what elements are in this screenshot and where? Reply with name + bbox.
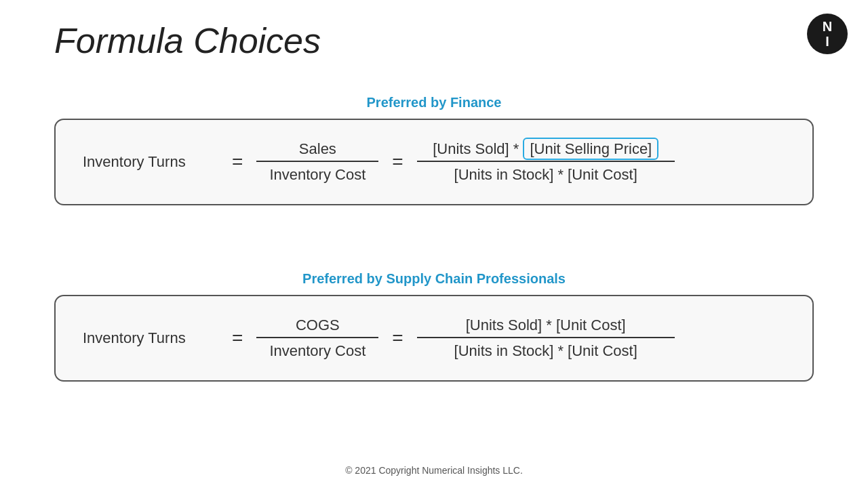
finance-numerator: Sales [256,140,378,162]
finance-formula-box: Inventory Turns = Sales Inventory Cost =… [54,119,814,205]
supplychain-denominator: Inventory Cost [256,340,378,360]
finance-equals2: = [392,151,403,173]
logo-line2: I [825,34,829,49]
finance-left-term: Inventory Turns [83,153,218,171]
finance-section: Preferred by Finance Inventory Turns = S… [54,95,814,205]
finance-section-label: Preferred by Finance [54,95,814,110]
finance-denominator: Inventory Cost [256,163,378,184]
supplychain-equals1: = [232,327,243,349]
supplychain-left-term: Inventory Turns [83,329,218,347]
supplychain-fraction-left: COGS Inventory Cost [256,317,378,360]
supplychain-denominator-right: [Units in Stock] * [Unit Cost] [417,340,675,360]
finance-formula-row: Inventory Turns = Sales Inventory Cost =… [83,140,785,184]
page-title: Formula Choices [54,20,321,61]
finance-fraction-right: [Units Sold] * [Unit Selling Price] [Uni… [417,140,675,184]
supplychain-equals2: = [392,327,403,349]
supplychain-fraction-right: [Units Sold] * [Unit Cost] [Units in Sto… [417,317,675,360]
finance-fraction-left: Sales Inventory Cost [256,140,378,184]
supplychain-section-label: Preferred by Supply Chain Professionals [54,271,814,287]
finance-numerator-highlight: [Unit Selling Price] [523,138,658,160]
supplychain-numerator-right: [Units Sold] * [Unit Cost] [417,317,675,338]
finance-numerator-right: [Units Sold] * [Unit Selling Price] [417,140,675,162]
supplychain-numerator: COGS [256,317,378,338]
finance-equals1: = [232,151,243,173]
supplychain-section: Preferred by Supply Chain Professionals … [54,271,814,382]
logo-line1: N [823,19,832,34]
copyright: © 2021 Copyright Numerical Insights LLC. [345,465,523,476]
supplychain-formula-box: Inventory Turns = COGS Inventory Cost = … [54,295,814,382]
supplychain-formula-row: Inventory Turns = COGS Inventory Cost = … [83,317,785,360]
finance-denominator-right: [Units in Stock] * [Unit Cost] [417,163,675,184]
finance-numerator-plain: [Units Sold] * [433,140,523,157]
logo-badge: N I [807,14,848,54]
